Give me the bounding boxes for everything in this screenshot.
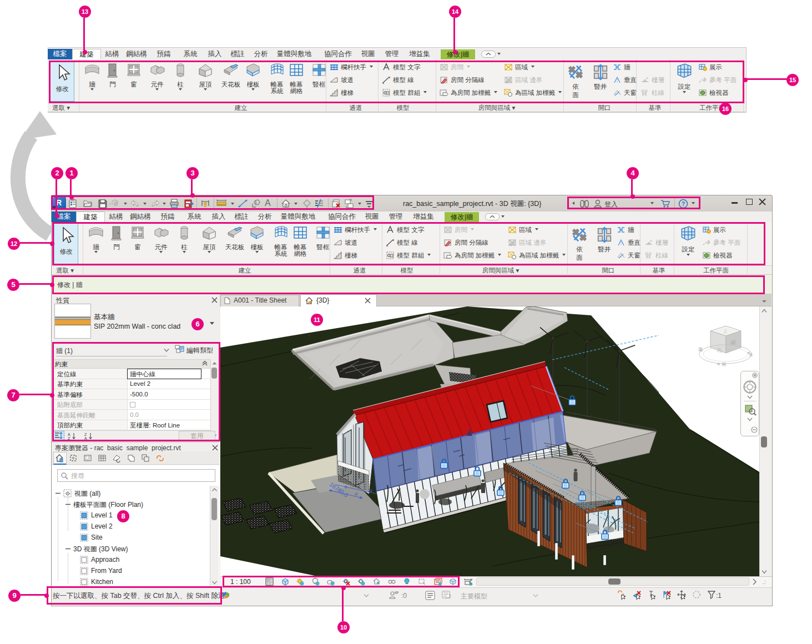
svg-text:上: 上 xyxy=(723,329,728,334)
svg-text:西: 西 xyxy=(717,347,722,354)
svg-text:南: 南 xyxy=(722,362,727,367)
svg-text:東: 東 xyxy=(749,353,753,358)
